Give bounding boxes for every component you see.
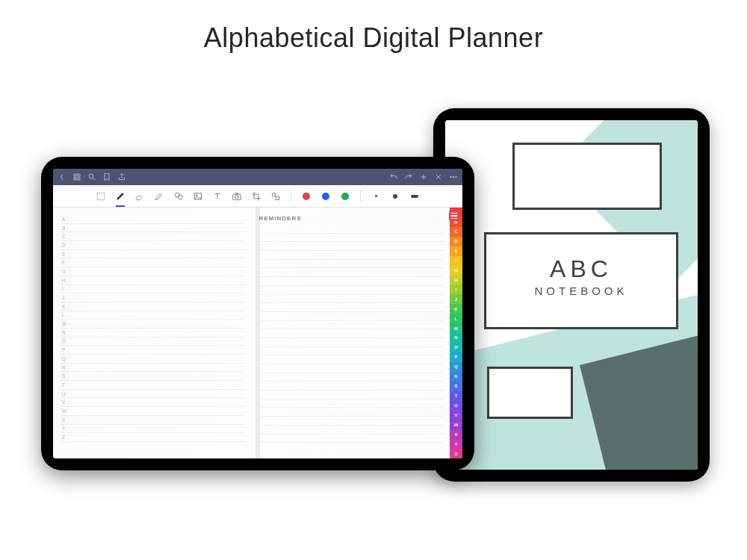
alpha-row[interactable]: D bbox=[61, 241, 246, 250]
alpha-row[interactable]: Q bbox=[61, 355, 246, 364]
color-green[interactable] bbox=[339, 190, 351, 202]
reminder-line[interactable] bbox=[259, 408, 444, 417]
alpha-row[interactable]: W bbox=[61, 407, 246, 416]
alpha-row[interactable]: M bbox=[61, 320, 246, 329]
reminder-line[interactable] bbox=[259, 435, 444, 444]
text-tool-icon[interactable] bbox=[211, 190, 223, 202]
select-tool-icon[interactable] bbox=[95, 190, 107, 202]
alpha-row[interactable]: V bbox=[61, 398, 246, 407]
image-tool-icon[interactable] bbox=[192, 190, 204, 202]
share-icon[interactable] bbox=[117, 172, 126, 181]
reminder-line[interactable] bbox=[259, 225, 444, 234]
notebook-left-page[interactable]: ABCDEFGHIJKLMNOPQRSTUVWXYZ bbox=[53, 208, 252, 458]
reminder-line[interactable] bbox=[259, 417, 444, 426]
alphabet-tab[interactable]: Z bbox=[450, 449, 462, 458]
reminder-line[interactable] bbox=[259, 355, 444, 364]
alpha-row[interactable]: Y bbox=[61, 425, 246, 434]
alphabet-tab[interactable]: Y bbox=[450, 439, 462, 449]
alpha-row[interactable]: S bbox=[61, 372, 246, 381]
alphabet-tab[interactable]: E bbox=[450, 246, 462, 256]
alphabet-tab[interactable]: N bbox=[450, 333, 462, 343]
alpha-row[interactable]: O bbox=[61, 337, 246, 346]
reminder-line[interactable] bbox=[259, 426, 444, 435]
add-icon[interactable] bbox=[419, 172, 428, 181]
alpha-row[interactable]: Z bbox=[61, 433, 246, 442]
alpha-row[interactable]: B bbox=[61, 224, 246, 233]
alphabet-tab[interactable]: H bbox=[450, 275, 462, 284]
stroke-size-large[interactable] bbox=[409, 190, 421, 202]
stroke-size-medium[interactable] bbox=[389, 190, 401, 202]
alpha-row[interactable]: G bbox=[61, 267, 246, 276]
eraser-tool-icon[interactable] bbox=[134, 190, 146, 202]
alpha-row[interactable]: E bbox=[61, 250, 246, 259]
reminder-line[interactable] bbox=[259, 312, 444, 321]
alphabet-tab[interactable]: T bbox=[450, 391, 462, 401]
alpha-row[interactable]: I bbox=[61, 285, 246, 294]
alpha-row[interactable]: L bbox=[61, 311, 246, 320]
alpha-row[interactable]: N bbox=[61, 329, 246, 337]
reminder-line[interactable] bbox=[259, 373, 444, 382]
stroke-size-small[interactable] bbox=[370, 190, 382, 202]
alphabet-tab[interactable]: L bbox=[450, 314, 462, 323]
camera-tool-icon[interactable] bbox=[231, 190, 243, 202]
reminder-line[interactable] bbox=[259, 382, 444, 391]
crop-tool-icon[interactable] bbox=[250, 190, 262, 202]
hamburger-menu-icon[interactable] bbox=[449, 211, 459, 221]
reminder-line[interactable] bbox=[259, 391, 444, 399]
alphabet-tab[interactable]: F bbox=[450, 256, 462, 266]
alphabet-tab[interactable]: O bbox=[450, 343, 462, 352]
alphabet-tab[interactable]: G bbox=[450, 266, 462, 276]
alphabet-tab[interactable]: X bbox=[450, 429, 462, 439]
reminder-line[interactable] bbox=[259, 286, 444, 295]
alpha-row[interactable]: T bbox=[61, 381, 246, 390]
undo-icon[interactable] bbox=[389, 172, 398, 181]
reminder-line[interactable] bbox=[259, 303, 444, 312]
alphabet-tab[interactable]: K bbox=[450, 304, 462, 314]
color-blue[interactable] bbox=[320, 190, 332, 202]
search-icon[interactable] bbox=[87, 172, 96, 181]
alpha-row[interactable]: F bbox=[61, 258, 246, 267]
alpha-row[interactable]: H bbox=[61, 276, 246, 285]
alphabet-tab[interactable]: V bbox=[450, 410, 462, 420]
reminder-line[interactable] bbox=[259, 242, 444, 251]
alphabet-tab[interactable]: S bbox=[450, 382, 462, 391]
alphabet-tab[interactable]: U bbox=[450, 400, 462, 410]
redo-icon[interactable] bbox=[404, 172, 413, 181]
reminder-line[interactable] bbox=[259, 260, 444, 269]
shapes-tool-icon[interactable] bbox=[270, 190, 282, 202]
alpha-row[interactable]: C bbox=[61, 232, 246, 241]
reminder-line[interactable] bbox=[259, 364, 444, 373]
alphabet-tab[interactable]: R bbox=[450, 372, 462, 382]
lasso-tool-icon[interactable] bbox=[173, 190, 185, 202]
reminder-line[interactable] bbox=[259, 347, 444, 356]
reminder-line[interactable] bbox=[259, 338, 444, 347]
color-red[interactable] bbox=[300, 190, 312, 202]
alphabet-tab[interactable]: J bbox=[450, 294, 462, 304]
more-icon[interactable] bbox=[449, 172, 458, 181]
alpha-row[interactable]: R bbox=[61, 364, 246, 373]
reminder-line[interactable] bbox=[259, 399, 444, 408]
alpha-row[interactable]: X bbox=[61, 416, 246, 425]
reminder-line[interactable] bbox=[259, 329, 444, 338]
reminder-line[interactable] bbox=[259, 277, 444, 286]
alpha-row[interactable]: U bbox=[61, 390, 246, 399]
alphabet-tab[interactable]: D bbox=[450, 237, 462, 246]
alpha-row[interactable]: A bbox=[61, 215, 246, 224]
alphabet-tab[interactable]: C bbox=[450, 227, 462, 237]
reminder-line[interactable] bbox=[259, 234, 444, 243]
bookmark-icon[interactable] bbox=[102, 172, 111, 181]
alpha-row[interactable]: K bbox=[61, 302, 246, 311]
pen-tool-icon[interactable] bbox=[114, 190, 126, 202]
alphabet-tab[interactable]: I bbox=[450, 284, 462, 294]
alphabet-tab[interactable]: W bbox=[450, 420, 462, 429]
highlighter-tool-icon[interactable] bbox=[153, 190, 165, 202]
close-icon[interactable] bbox=[434, 172, 443, 181]
notebook-right-page[interactable]: REMINDERS bbox=[252, 208, 450, 458]
grid-icon[interactable] bbox=[72, 172, 81, 181]
alpha-row[interactable]: P bbox=[61, 346, 246, 355]
alphabet-tab[interactable]: Q bbox=[450, 362, 462, 372]
reminder-line[interactable] bbox=[259, 268, 444, 277]
reminder-line[interactable] bbox=[259, 295, 444, 304]
reminder-line[interactable] bbox=[259, 251, 444, 260]
back-icon[interactable] bbox=[58, 172, 66, 181]
